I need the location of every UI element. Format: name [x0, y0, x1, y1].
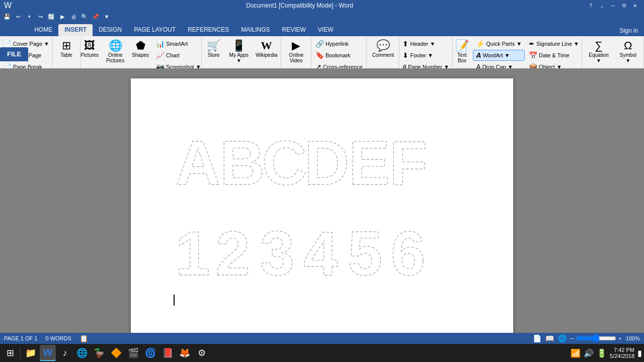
online-pictures-btn[interactable]: 🌐 Online Pictures	[103, 38, 128, 65]
number-5: 5	[348, 219, 382, 288]
tab-insert[interactable]: INSERT	[58, 24, 93, 36]
taskbar: ⊞ 📁 W ♪ 🌐 🦆 🔶 🎬 🌀 📕 🦊 ⚙ 📶 🔊 🔋 7:42 PM 5/…	[0, 344, 644, 362]
sign-in-link[interactable]: Sign in	[613, 25, 644, 36]
letter-f: F	[389, 128, 427, 198]
custom-qa-btn[interactable]: ▼	[102, 12, 112, 21]
online-video-btn[interactable]: ▶ Online Video	[283, 38, 309, 65]
refresh-btn[interactable]: 🔄	[46, 12, 56, 21]
taskbar-duck[interactable]: 🦆	[91, 345, 107, 361]
taskbar-system-tray: 📶 🔊 🔋 7:42 PM 5/24/2018 ▮	[571, 347, 642, 359]
minimize-btn[interactable]: ─	[608, 2, 618, 10]
print-quick-btn[interactable]: 🖨	[68, 12, 78, 21]
taskbar-word[interactable]: W	[40, 345, 56, 361]
view-normal-icon[interactable]: 📄	[533, 334, 541, 342]
status-bar: PAGE 1 OF 1 0 WORDS 📋 📄 📖 🌐 ─ + 100%	[0, 333, 644, 344]
document-page: .dashed-char { font-family: Arial Black,…	[131, 78, 513, 333]
time-display: 7:42 PM	[610, 347, 634, 353]
number-4: 4	[303, 219, 338, 288]
zoom-slider[interactable]	[576, 334, 616, 342]
taskbar-chrome[interactable]: 🌐	[74, 345, 90, 361]
view-reading-icon[interactable]: 📖	[545, 334, 554, 342]
taskbar-opera[interactable]: 🌀	[142, 345, 158, 361]
letter-d: D	[304, 128, 349, 198]
text-box-btn[interactable]: 📝 Text Box	[452, 38, 472, 65]
word-count: 0 WORDS	[45, 335, 71, 341]
save-btn[interactable]: 💾	[2, 12, 12, 21]
page-count: PAGE 1 OF 1	[4, 335, 37, 341]
zoom-control[interactable]: ─ +	[571, 334, 622, 342]
signature-line-btn[interactable]: ✒Signature Line ▼	[526, 38, 582, 49]
taskbar-file-explorer[interactable]: 📁	[23, 345, 39, 361]
taskbar-vlc[interactable]: 🔶	[108, 345, 124, 361]
restore-btn[interactable]: ⧉	[619, 2, 629, 10]
taskbar-separator	[20, 347, 21, 359]
number-2: 2	[215, 219, 250, 288]
start-button[interactable]: ⊞	[2, 345, 18, 361]
tab-page-layout[interactable]: PAGE LAYOUT	[128, 24, 182, 36]
taskbar-app10[interactable]: ⚙	[194, 345, 210, 361]
letter-a: A	[176, 128, 220, 198]
tab-view[interactable]: VIEW	[312, 24, 340, 36]
taskbar-firefox[interactable]: 🦊	[177, 345, 193, 361]
number-1: 1	[176, 219, 210, 288]
text-cursor	[174, 295, 175, 306]
table-btn[interactable]: ⊞ Table	[56, 38, 76, 60]
bookmark-btn[interactable]: 🔖Bookmark	[312, 50, 366, 61]
quick-parts-btn[interactable]: ⚡Quick Parts ▼	[473, 38, 525, 49]
pin-btn[interactable]: 📌	[91, 12, 101, 21]
redo-btn[interactable]: ↪	[35, 12, 45, 21]
store-btn[interactable]: 🛒 Store	[204, 38, 224, 60]
footer-btn[interactable]: ⬇Footer ▼	[399, 50, 452, 61]
wordart-btn[interactable]: AWordArt ▼	[473, 50, 525, 61]
number-6: 6	[391, 219, 426, 288]
letter-e: E	[349, 128, 390, 198]
tab-references[interactable]: REFERENCES	[182, 24, 235, 36]
clock[interactable]: 7:42 PM 5/24/2018	[610, 347, 634, 359]
pictures-btn[interactable]: 🖼 Pictures	[77, 38, 102, 60]
taskbar-groove[interactable]: ♪	[57, 345, 73, 361]
zoom-level: 100%	[626, 335, 640, 341]
tab-mailings[interactable]: MAILINGS	[235, 24, 276, 36]
undo-btn[interactable]: ↩	[13, 12, 23, 21]
wikipedia-btn[interactable]: W Wikipedia	[254, 38, 279, 60]
chart-btn[interactable]: 📈Chart	[153, 50, 204, 61]
shapes-btn[interactable]: ⬟ Shapes	[129, 38, 152, 60]
letter-c: C	[262, 128, 307, 198]
show-desktop-btn[interactable]: ▮	[637, 348, 642, 358]
play-btn[interactable]: ▶	[57, 12, 67, 21]
ribbon-collapse-btn[interactable]: ⌄	[597, 2, 607, 10]
print-preview-btn[interactable]: 🔍	[79, 12, 90, 21]
volume-icon[interactable]: 🔊	[584, 348, 594, 358]
view-web-icon[interactable]: 🌐	[558, 334, 567, 342]
header-btn[interactable]: ⬆Header ▼	[399, 38, 452, 49]
file-tab[interactable]: FILE	[0, 47, 28, 61]
my-apps-btn[interactable]: 📱 My Apps ▼	[225, 38, 253, 65]
taskbar-video[interactable]: 🎬	[125, 345, 141, 361]
close-btn[interactable]: ✕	[630, 2, 640, 10]
comment-btn[interactable]: 💬 Comment	[369, 38, 397, 60]
taskbar-acrobat[interactable]: 📕	[159, 345, 176, 361]
equation-btn[interactable]: ∑ Equation ▼	[584, 38, 614, 65]
battery-icon[interactable]: 🔋	[597, 348, 607, 358]
help-btn[interactable]: ?	[586, 2, 596, 10]
hyperlink-btn[interactable]: 🔗Hyperlink	[312, 38, 366, 49]
tab-design[interactable]: DESIGN	[93, 24, 128, 36]
number-3: 3	[260, 219, 294, 288]
document-container[interactable]: .dashed-char { font-family: Arial Black,…	[0, 68, 644, 333]
tab-home[interactable]: HOME	[28, 24, 58, 36]
smartart-btn[interactable]: 📊SmartArt	[153, 38, 204, 49]
window-title: Document1 [Compatibility Mode] - Word	[14, 2, 586, 9]
letter-b: B	[220, 128, 265, 198]
symbol-btn[interactable]: Ω Symbol ▼	[615, 38, 641, 65]
date-display: 5/24/2018	[610, 353, 634, 359]
proofing-icon[interactable]: 📋	[79, 334, 88, 342]
undo-arrow-btn[interactable]: ▾	[24, 12, 34, 21]
date-time-btn[interactable]: 📅Date & Time	[526, 50, 582, 61]
tab-review[interactable]: REVIEW	[276, 24, 312, 36]
network-icon[interactable]: 📶	[571, 348, 581, 358]
